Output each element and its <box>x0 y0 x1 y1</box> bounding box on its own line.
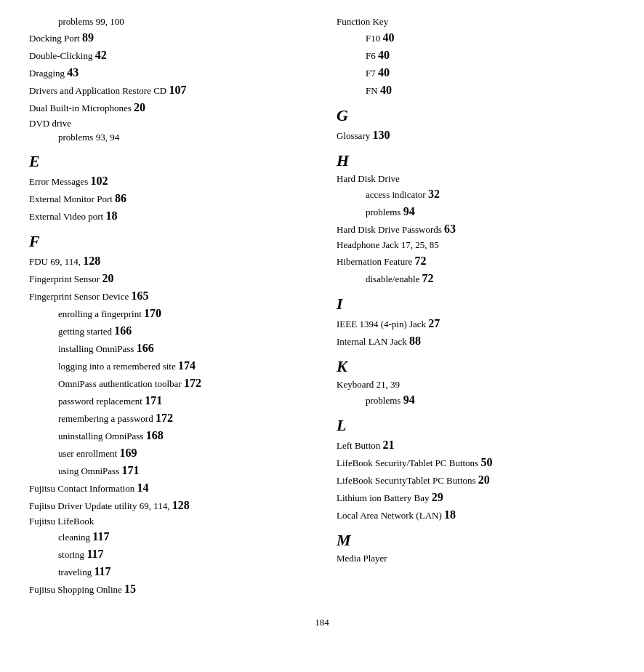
list-item: External Monitor Port 86 <box>29 190 307 207</box>
section-e: E Error Messages 102 External Monitor Po… <box>29 152 307 225</box>
list-item: problems 94 <box>337 203 615 220</box>
list-item: Function Key <box>337 15 615 29</box>
initial-left-section: problems 99, 100 Docking Port 89 Double-… <box>29 15 307 145</box>
section-i: I IEEE 1394 (4-pin) Jack 27 Internal LAN… <box>337 295 615 350</box>
section-letter-f: F <box>29 232 307 251</box>
section-letter-g: G <box>337 106 615 125</box>
list-item: using OmniPass 171 <box>29 462 307 479</box>
section-f: F FDU 69, 114, 128 Fingerprint Sensor 20… <box>29 232 307 599</box>
list-item: password replacement 171 <box>29 392 307 409</box>
list-item: Hibernation Feature 72 <box>337 252 615 270</box>
list-item: Keyboard 21, 39 <box>337 377 615 392</box>
section-g: G Glossary 130 <box>337 106 615 144</box>
list-item: Hard Disk Drive <box>337 172 615 186</box>
list-item: Dual Built-in Microphones 20 <box>29 99 307 116</box>
list-item: F6 40 <box>337 47 615 64</box>
section-letter-l: L <box>337 416 615 435</box>
list-item: problems 93, 94 <box>29 130 307 145</box>
list-item: Dragging 43 <box>29 64 307 81</box>
list-item: DVD drive <box>29 116 307 131</box>
list-item: IEEE 1394 (4-pin) Jack 27 <box>337 315 615 332</box>
list-item: Double-Clicking 42 <box>29 47 307 64</box>
list-item: F10 40 <box>337 29 615 47</box>
section-l: L Left Button 21 LifeBook Security/Table… <box>337 416 615 524</box>
list-item: Drivers and Application Restore CD 107 <box>29 81 307 99</box>
list-item: Fujitsu Driver Update utility 69, 114, 1… <box>29 497 307 514</box>
list-item: installing OmniPass 166 <box>29 340 307 357</box>
page-number: 184 <box>315 617 329 628</box>
right-column: Function Key F10 40 F6 40 F7 40 FN 40 G … <box>322 15 615 602</box>
list-item: F7 40 <box>337 64 615 81</box>
list-item: Internal LAN Jack 88 <box>337 332 615 350</box>
section-h: H Hard Disk Drive access indicator 32 pr… <box>337 151 615 287</box>
list-item: Error Messages 102 <box>29 172 307 190</box>
list-item: user enrollment 169 <box>29 444 307 462</box>
section-letter-m: M <box>337 531 615 550</box>
initial-right-section: Function Key F10 40 F6 40 F7 40 FN 40 <box>337 15 615 99</box>
list-item: logging into a remembered site 174 <box>29 357 307 375</box>
list-item: Docking Port 89 <box>29 29 307 47</box>
list-item: Headphone Jack 17, 25, 85 <box>337 238 615 252</box>
list-item: Fingerprint Sensor 20 <box>29 270 307 287</box>
list-item: problems 94 <box>337 391 615 409</box>
list-item: Fujitsu Contact Information 14 <box>29 479 307 497</box>
section-letter-i: I <box>337 295 615 313</box>
list-item: traveling 117 <box>29 563 307 580</box>
list-item: remembering a password 172 <box>29 409 307 427</box>
list-item: Hard Disk Drive Passwords 63 <box>337 220 615 238</box>
list-item: Local Area Network (LAN) 18 <box>337 506 615 524</box>
list-item: Media Player <box>337 551 615 566</box>
list-item: Glossary 130 <box>337 127 615 144</box>
left-column: problems 99, 100 Docking Port 89 Double-… <box>29 15 322 602</box>
section-letter-h: H <box>337 151 615 170</box>
list-item: disable/enable 72 <box>337 270 615 287</box>
page-footer: 184 <box>29 617 615 628</box>
list-item: access indicator 32 <box>337 185 615 203</box>
list-item: Fujitsu LifeBook <box>29 514 307 529</box>
list-item: cleaning 117 <box>29 528 307 545</box>
list-item: Lithium ion Battery Bay 29 <box>337 489 615 506</box>
list-item: problems 99, 100 <box>29 15 307 29</box>
list-item: enrolling a fingerprint 170 <box>29 305 307 322</box>
list-item: OmniPass authentication toolbar 172 <box>29 375 307 392</box>
list-item: storing 117 <box>29 545 307 563</box>
list-item: External Video port 18 <box>29 207 307 225</box>
list-item: FN 40 <box>337 81 615 99</box>
section-k: K Keyboard 21, 39 problems 94 <box>337 357 615 409</box>
list-item: LifeBook SecurityTablet PC Buttons 20 <box>337 471 615 489</box>
page-container: problems 99, 100 Docking Port 89 Double-… <box>29 15 615 602</box>
list-item: Fujitsu Shopping Online 15 <box>29 580 307 598</box>
section-letter-k: K <box>337 357 615 376</box>
list-item: FDU 69, 114, 128 <box>29 252 307 270</box>
section-letter-e: E <box>29 152 307 171</box>
section-m: M Media Player <box>337 531 615 566</box>
list-item: getting started 166 <box>29 322 307 340</box>
list-item: Left Button 21 <box>337 436 615 454</box>
list-item: uninstalling OmniPass 168 <box>29 427 307 444</box>
list-item: Fingerprint Sensor Device 165 <box>29 287 307 305</box>
list-item: LifeBook Security/Tablet PC Buttons 50 <box>337 454 615 471</box>
